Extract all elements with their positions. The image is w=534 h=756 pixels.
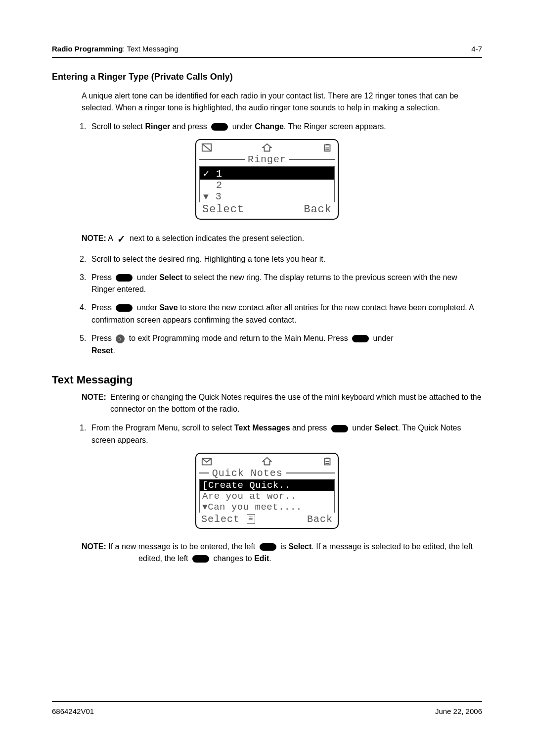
svg-rect-11 xyxy=(325,461,329,462)
step-number: 1. xyxy=(80,121,86,133)
step-4: 4. Press under Save to store the new con… xyxy=(91,302,482,327)
ringer-screen: Ringer ✓ 1 2 ▼ 3 Select Back xyxy=(195,139,339,220)
softkey-row: Select Back xyxy=(199,202,335,216)
svg-rect-5 xyxy=(325,147,329,148)
svg-line-1 xyxy=(202,144,211,151)
screen-list: ✓ 1 2 ▼ 3 xyxy=(199,166,335,202)
right-softkey: Back xyxy=(307,514,333,525)
left-softkey: Select xyxy=(202,203,244,216)
note-keyboard: NOTE: Entering or changing the Quick Not… xyxy=(82,391,482,415)
svg-rect-10 xyxy=(326,458,328,459)
left-softkey: Select xyxy=(201,514,240,525)
svg-marker-8 xyxy=(263,458,271,465)
softkey-row: Select ≡ Back xyxy=(199,513,335,525)
oval-button-icon xyxy=(116,304,133,312)
group-icon xyxy=(201,143,212,152)
down-arrow-icon: ▼ xyxy=(202,502,208,512)
oval-button-icon xyxy=(192,555,209,563)
page-footer: 6864242V01 June 22, 2006 xyxy=(52,701,482,715)
screen-title: Ringer xyxy=(245,154,289,165)
svg-rect-6 xyxy=(325,149,329,150)
section-heading-text-messaging: Text Messaging xyxy=(52,374,482,386)
document-date: June 22, 2006 xyxy=(435,707,482,715)
header-rule xyxy=(52,57,482,58)
step-1: 1. Scroll to select Ringer and press und… xyxy=(91,121,482,133)
tm-step-1: 1. From the Program Menu, scroll to sele… xyxy=(91,422,482,447)
quick-notes-screen: Quick Notes [Create Quick.. Are you at w… xyxy=(195,453,339,529)
footer-rule xyxy=(52,701,482,702)
battery-icon xyxy=(322,143,333,152)
oval-button-icon xyxy=(260,543,276,551)
screen-list: [Create Quick.. Are you at wor.. ▼Can yo… xyxy=(199,479,335,513)
breadcrumb-sub: : Text Messaging xyxy=(123,45,178,53)
right-softkey: Back xyxy=(304,203,332,216)
oval-button-icon xyxy=(331,425,348,432)
quick-note-item: Are you at wor.. xyxy=(200,491,334,502)
step-5: 5. Press to exit Programming mode and re… xyxy=(91,332,482,357)
svg-rect-4 xyxy=(326,144,328,145)
battery-icon xyxy=(322,457,333,466)
down-arrow-icon: ▼ xyxy=(203,192,209,202)
status-bar xyxy=(199,143,335,154)
breadcrumb-main: Radio Programming xyxy=(52,45,123,53)
screen-title-row: Ringer xyxy=(199,154,335,165)
screen-title: Quick Notes xyxy=(209,468,286,479)
quick-note-create: [Create Quick.. xyxy=(200,480,334,491)
svg-marker-2 xyxy=(263,144,271,151)
check-icon: ✓ xyxy=(203,168,210,180)
list-item-2: 2 xyxy=(200,180,334,191)
document-id: 6864242V01 xyxy=(52,707,94,715)
home-icon xyxy=(262,457,272,466)
note-2: NOTE: If a new message is to be entered,… xyxy=(82,541,482,565)
list-item-1: ✓ 1 xyxy=(200,167,334,180)
step-2: 2. Scroll to select the desired ring. Hi… xyxy=(91,253,482,266)
intro-paragraph: A unique alert tone can be identified fo… xyxy=(82,90,482,114)
page-number: 4-7 xyxy=(471,45,482,53)
svg-rect-12 xyxy=(325,463,329,464)
screen-title-row: Quick Notes xyxy=(199,468,335,479)
oval-button-icon xyxy=(211,123,228,131)
breadcrumb: Radio Programming: Text Messaging xyxy=(52,45,178,53)
envelope-icon xyxy=(201,457,212,466)
step-3: 3. Press under Select to select the new … xyxy=(91,272,482,296)
list-item-3: ▼ 3 xyxy=(200,191,334,202)
oval-button-icon xyxy=(352,335,369,342)
status-bar xyxy=(199,457,335,468)
note-1: NOTE: A ✓ next to a selection indicates … xyxy=(82,232,482,246)
quick-note-item: ▼Can you meet.... xyxy=(200,502,334,513)
oval-button-icon xyxy=(116,274,133,282)
home-icon xyxy=(262,143,272,152)
check-icon: ✓ xyxy=(117,232,126,246)
section-heading-ringer: Entering a Ringer Type (Private Calls On… xyxy=(52,72,482,82)
menu-icon: ≡ xyxy=(247,514,255,524)
home-button-icon xyxy=(116,334,125,343)
page-header: Radio Programming: Text Messaging 4-7 xyxy=(52,45,482,53)
